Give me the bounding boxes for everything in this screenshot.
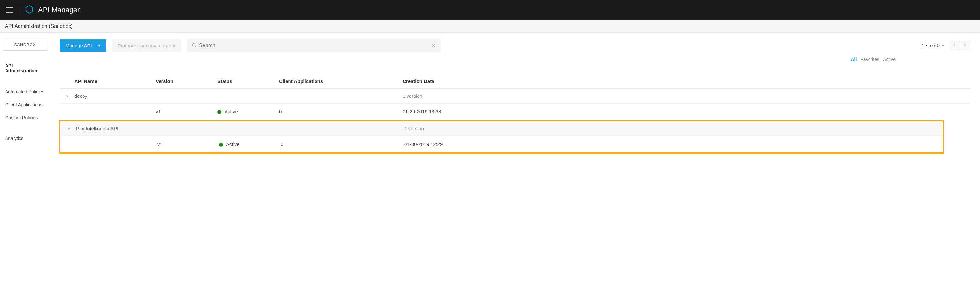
pager-buttons (949, 40, 970, 51)
api-version-count: 1 version (404, 126, 943, 131)
api-group-name: PingIntelligenceAPI (76, 126, 157, 131)
sidebar-item-custom-policies[interactable]: Custom Policies (0, 113, 50, 123)
column-header-clients[interactable]: Client Applications (279, 78, 402, 84)
table-group-row[interactable]: ∨ decoy 1 version (60, 89, 970, 104)
chevron-down-icon[interactable]: ∨ (62, 126, 76, 131)
breadcrumb: API Administration (Sandbox) (0, 20, 980, 33)
column-header-date[interactable]: Creation Date (402, 78, 970, 84)
pager-range-text: 1 - 5 of 5 (922, 43, 940, 48)
cell-version: v1 (157, 141, 219, 147)
svg-point-0 (192, 43, 195, 46)
chevron-down-icon: ∨ (98, 43, 101, 48)
hexagon-logo-icon (25, 5, 33, 15)
chevron-down-icon[interactable]: ∨ (60, 94, 75, 98)
table-group-row[interactable]: ∨ PingIntelligenceAPI 1 version (62, 121, 943, 136)
sidebar: SANDBOX API Administration Automated Pol… (0, 33, 50, 163)
pager-prev-button[interactable] (949, 40, 959, 51)
pager: 1 - 5 of 5 ∨ (922, 40, 970, 51)
cell-date: 01-29-2019 13:38 (402, 109, 970, 114)
column-header-version[interactable]: Version (156, 78, 217, 84)
cell-date: 01-30-2019 12:29 (404, 141, 943, 147)
top-bar: API Manager (0, 0, 980, 20)
manage-api-label: Manage API (65, 43, 92, 48)
pager-range-selector[interactable]: 1 - 5 of 5 ∨ (922, 43, 944, 48)
status-dot-icon (217, 110, 221, 114)
filter-all[interactable]: All (851, 57, 856, 62)
environment-selector[interactable]: SANDBOX (3, 39, 48, 51)
svg-line-1 (195, 46, 196, 47)
status-dot-icon (219, 143, 223, 146)
app-logo-block[interactable]: API Manager (25, 5, 80, 15)
search-input[interactable] (199, 43, 431, 48)
api-group: ∨ decoy 1 version v1 Active 0 01-29-2019… (60, 89, 970, 119)
sidebar-item-automated-policies[interactable]: Automated Policies (0, 86, 50, 97)
api-group-highlighted: ∨ PingIntelligenceAPI 1 version v1 Activ… (59, 119, 944, 154)
status-text: Active (224, 109, 238, 114)
cell-clients: 0 (279, 109, 402, 114)
search-field[interactable]: × (187, 39, 440, 52)
cell-status: Active (217, 109, 279, 114)
sidebar-item-client-applications[interactable]: Client Applications (0, 99, 50, 110)
search-icon (192, 43, 196, 48)
table-row[interactable]: v1 Active 0 01-29-2019 13:38 (60, 104, 970, 119)
api-group-name: decoy (75, 93, 156, 99)
column-header-name[interactable]: API Name (75, 78, 156, 84)
cell-clients: 0 (281, 141, 404, 147)
sidebar-item-analytics[interactable]: Analytics (0, 133, 50, 144)
clear-search-icon[interactable]: × (432, 42, 436, 49)
app-title: API Manager (38, 6, 80, 14)
filter-favorites[interactable]: Favorites (861, 57, 879, 62)
hamburger-menu-icon[interactable] (6, 4, 19, 16)
toolbar: Manage API ∨ Promote from environment × … (60, 39, 970, 52)
promote-button: Promote from environment (112, 39, 181, 52)
cell-status: Active (219, 141, 281, 147)
table-header-row: API Name Version Status Client Applicati… (60, 75, 970, 89)
manage-api-button[interactable]: Manage API ∨ (60, 39, 106, 52)
filter-active[interactable]: Active (883, 57, 896, 62)
table-row[interactable]: v1 Active 0 01-30-2019 12:29 (62, 136, 943, 152)
chevron-down-icon: ∨ (942, 44, 944, 48)
pager-next-button[interactable] (959, 40, 970, 51)
api-table: API Name Version Status Client Applicati… (60, 75, 970, 154)
cell-version: v1 (156, 109, 217, 114)
main-content: Manage API ∨ Promote from environment × … (50, 33, 980, 163)
filter-row: All Favorites Active (60, 57, 970, 62)
column-header-status[interactable]: Status (217, 78, 279, 84)
api-version-count: 1 version (402, 93, 970, 99)
sidebar-item-api-administration[interactable]: API Administration (0, 60, 50, 76)
status-text: Active (226, 141, 239, 147)
